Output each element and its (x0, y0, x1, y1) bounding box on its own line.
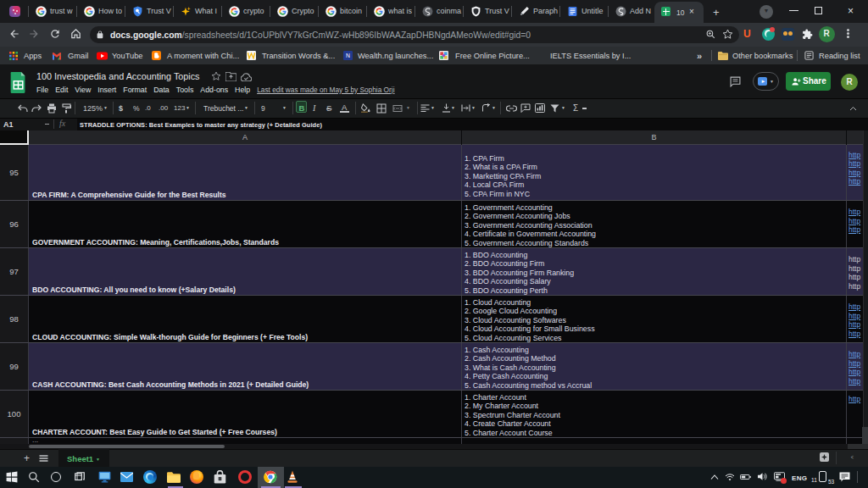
svg-text:N: N (346, 53, 350, 58)
